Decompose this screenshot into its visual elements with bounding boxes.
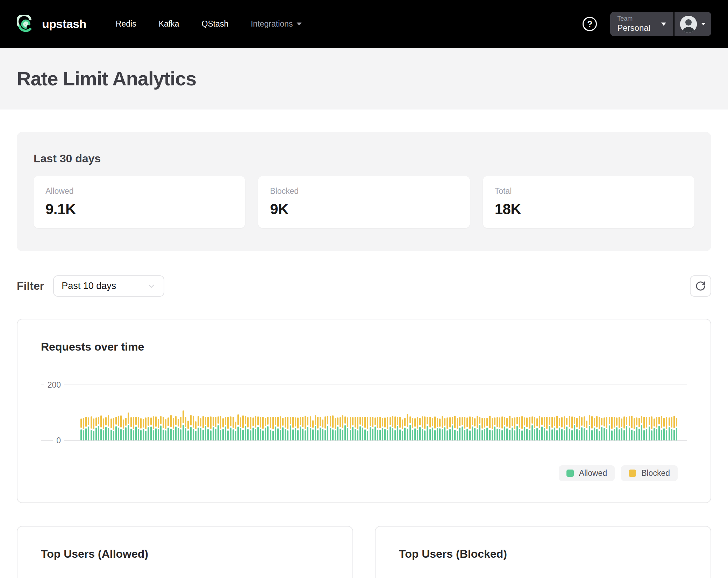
bar[interactable] xyxy=(394,416,396,440)
bar[interactable] xyxy=(549,417,550,440)
bar[interactable] xyxy=(584,416,585,440)
bar[interactable] xyxy=(350,417,351,440)
bar[interactable] xyxy=(242,415,244,440)
bar[interactable] xyxy=(125,418,127,440)
bar[interactable] xyxy=(187,421,189,440)
bar[interactable] xyxy=(616,417,618,440)
bar[interactable] xyxy=(200,418,201,440)
bar[interactable] xyxy=(384,417,386,440)
bar[interactable] xyxy=(185,417,186,440)
bar[interactable] xyxy=(277,417,279,440)
bar[interactable] xyxy=(245,416,246,440)
bar[interactable] xyxy=(519,417,520,440)
bar[interactable] xyxy=(220,416,221,440)
bar[interactable] xyxy=(88,417,89,440)
bar[interactable] xyxy=(342,415,343,440)
bar[interactable] xyxy=(108,415,109,440)
bar[interactable] xyxy=(320,417,321,440)
bar[interactable] xyxy=(135,417,137,440)
bar[interactable] xyxy=(571,416,573,440)
bar[interactable] xyxy=(539,416,540,440)
chart-plot[interactable]: 200 0 xyxy=(41,385,687,440)
bar[interactable] xyxy=(344,416,346,440)
bar[interactable] xyxy=(529,417,530,440)
bar[interactable] xyxy=(163,417,164,440)
bar[interactable] xyxy=(449,417,451,440)
bar[interactable] xyxy=(591,416,593,440)
bar[interactable] xyxy=(290,417,291,440)
bar[interactable] xyxy=(100,415,102,440)
bar[interactable] xyxy=(305,416,306,440)
bar[interactable] xyxy=(514,417,515,440)
bar[interactable] xyxy=(267,417,269,440)
bar[interactable] xyxy=(123,420,124,440)
bar[interactable] xyxy=(372,417,373,440)
bar[interactable] xyxy=(521,416,523,440)
bar[interactable] xyxy=(594,418,595,440)
bar[interactable] xyxy=(91,416,92,440)
bar[interactable] xyxy=(399,417,401,440)
bar[interactable] xyxy=(551,417,553,440)
bar[interactable] xyxy=(481,418,483,440)
bar[interactable] xyxy=(649,417,650,440)
bar[interactable] xyxy=(150,417,152,440)
bar[interactable] xyxy=(663,418,665,440)
bar[interactable] xyxy=(424,416,426,440)
bar[interactable] xyxy=(322,420,323,440)
bar[interactable] xyxy=(252,417,254,440)
bar[interactable] xyxy=(387,417,388,440)
bar[interactable] xyxy=(432,418,433,440)
bar[interactable] xyxy=(128,413,129,440)
bar[interactable] xyxy=(178,419,179,440)
bar[interactable] xyxy=(133,417,134,440)
bar[interactable] xyxy=(671,417,672,440)
bar[interactable] xyxy=(561,417,563,440)
bar[interactable] xyxy=(362,417,363,440)
bar[interactable] xyxy=(466,417,468,440)
bar[interactable] xyxy=(285,417,286,440)
bar[interactable] xyxy=(669,417,670,440)
bar[interactable] xyxy=(173,418,174,440)
bar[interactable] xyxy=(631,416,633,440)
bar[interactable] xyxy=(504,417,505,440)
nav-link-redis[interactable]: Redis xyxy=(116,19,136,29)
bar[interactable] xyxy=(544,417,545,440)
bar[interactable] xyxy=(85,417,87,440)
bar[interactable] xyxy=(489,416,491,440)
bar[interactable] xyxy=(213,417,214,440)
bar[interactable] xyxy=(307,417,308,440)
bar[interactable] xyxy=(379,417,381,440)
bar[interactable] xyxy=(282,418,284,440)
bar[interactable] xyxy=(165,419,166,440)
bar[interactable] xyxy=(634,418,635,440)
bar[interactable] xyxy=(654,418,655,440)
bar[interactable] xyxy=(472,417,473,440)
bar[interactable] xyxy=(210,416,212,440)
bar[interactable] xyxy=(230,416,231,440)
bar[interactable] xyxy=(275,417,276,440)
bar[interactable] xyxy=(193,416,194,440)
bar[interactable] xyxy=(317,417,319,440)
bar[interactable] xyxy=(292,417,294,440)
bar[interactable] xyxy=(222,418,224,440)
bar[interactable] xyxy=(407,414,408,440)
bar[interactable] xyxy=(105,417,107,440)
bar[interactable] xyxy=(240,417,241,440)
bar[interactable] xyxy=(153,416,154,440)
bar[interactable] xyxy=(227,417,229,440)
bar[interactable] xyxy=(437,418,438,440)
bar[interactable] xyxy=(509,416,511,440)
bar[interactable] xyxy=(661,416,662,440)
bar[interactable] xyxy=(604,417,605,440)
legend-item-allowed[interactable]: Allowed xyxy=(559,465,615,481)
bar[interactable] xyxy=(614,417,615,440)
bar[interactable] xyxy=(494,417,495,440)
bar[interactable] xyxy=(237,414,239,441)
bar[interactable] xyxy=(175,416,177,440)
bar[interactable] xyxy=(359,417,361,440)
bar[interactable] xyxy=(497,417,498,440)
bar[interactable] xyxy=(444,418,445,440)
bar[interactable] xyxy=(658,417,660,440)
bar[interactable] xyxy=(364,417,366,440)
bar[interactable] xyxy=(207,417,209,440)
